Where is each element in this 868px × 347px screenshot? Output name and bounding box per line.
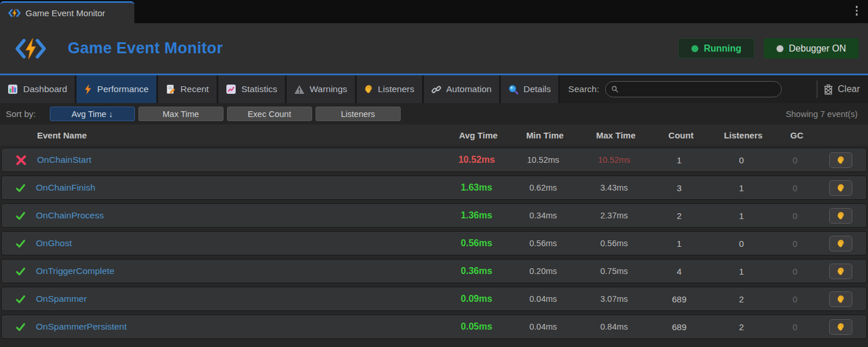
event-name: OnChainFinish [36,182,96,193]
listeners-cell: 1 [708,183,775,193]
table-row[interactable]: OnSpammerPersistent 0.05ms 0.04ms 0.84ms… [1,315,867,339]
event-name: OnGhost [36,238,72,249]
column-gc: GC [777,130,817,140]
ear-icon [837,322,845,332]
ear-icon [837,183,845,193]
running-status-badge: Running [678,38,755,59]
event-name: OnSpammerPersistent [36,322,127,332]
view-listeners-button[interactable] [829,208,852,224]
avg-time-cell: 0.09ms [445,294,508,304]
tab-label: Recent [181,84,209,94]
table-row[interactable]: OnTriggerComplete 0.36ms 0.20ms 0.75ms 4… [1,259,867,283]
avg-time-cell: 0.36ms [445,266,508,276]
column-event-name: Event Name [0,130,446,140]
view-listeners-button[interactable] [829,291,852,307]
min-time-cell: 0.04ms [508,322,578,331]
table-row[interactable]: OnChainFinish 1.63ms 0.62ms 3.43ms 3 1 0 [1,176,867,200]
tab-label: Warnings [310,84,347,94]
listeners-cell: 2 [708,294,775,304]
max-time-cell: 0.84ms [578,322,650,331]
running-label: Running [704,43,741,54]
table-row[interactable]: OnChainStart 10.52ms 10.52ms 10.52ms 1 0… [1,148,867,172]
sort-bar: Sort by: Avg Time ↓ Max Time Exec Count … [0,103,868,125]
event-name: OnTriggerComplete [36,266,115,276]
tab-performance[interactable]: Performance [76,75,158,103]
tab-listeners[interactable]: Listeners [357,75,424,103]
min-time-cell: 0.34ms [508,211,578,220]
tab-warnings[interactable]: Warnings [287,75,357,103]
search-label: Search: [568,84,599,94]
tab-details[interactable]: Details [501,75,560,103]
listeners-cell: 0 [708,239,775,249]
listeners-cell: 1 [708,266,775,276]
gc-cell: 0 [775,239,815,249]
sort-max-time-button[interactable]: Max Time [138,107,224,121]
event-name: OnSpammer [36,294,87,304]
debugger-status-badge[interactable]: Debugger ON [764,38,859,59]
view-listeners-button[interactable] [829,236,852,251]
tab-statistics[interactable]: Statistics [218,75,287,103]
max-time-cell: 10.52ms [578,155,650,165]
success-icon [15,322,26,333]
max-time-cell: 0.56ms [578,239,650,248]
view-listeners-button[interactable] [829,152,852,168]
table-row[interactable]: OnGhost 0.56ms 0.56ms 0.56ms 1 0 0 [1,231,867,255]
avg-time-cell: 0.56ms [445,238,508,249]
count-cell: 1 [650,239,708,249]
sort-by-label: Sort by: [6,109,36,119]
title-bar: Game Event Monitor [0,0,868,23]
count-cell: 3 [650,183,708,193]
event-name: OnChainProcess [36,210,104,221]
window-menu-icon[interactable] [856,6,858,16]
table-row[interactable]: OnChainProcess 1.36ms 0.34ms 2.37ms 2 1 … [1,203,867,228]
clear-button[interactable]: Clear [820,75,868,103]
search-input[interactable] [622,85,775,94]
gc-cell: 0 [775,294,815,304]
link-icon [431,85,441,94]
tab-label: Listeners [378,84,415,94]
avg-time-cell: 10.52ms [445,155,508,165]
count-cell: 1 [650,155,708,165]
search-icon [611,86,618,93]
min-time-cell: 0.62ms [508,183,578,192]
listeners-cell: 0 [708,155,775,165]
gc-cell: 0 [775,211,815,221]
sort-exec-count-button[interactable]: Exec Count [227,107,312,121]
tab-automation[interactable]: Automation [424,75,501,103]
ear-icon [837,239,845,249]
tab-bar: Dashboard Performance Recent Statis [0,75,868,103]
search-box [605,81,782,97]
window-tab[interactable]: Game Event Monitor [0,1,134,23]
count-cell: 689 [650,294,708,304]
tab-label: Dashboard [23,84,67,94]
dashboard-icon [8,84,18,94]
max-time-cell: 3.07ms [578,294,650,304]
search-zone: Search: [560,75,814,103]
running-dot-icon [691,45,698,52]
table-header: Event Name Avg Time Min Time Max Time Co… [0,125,868,145]
column-min-time: Min Time [510,130,580,140]
memo-icon [166,84,175,94]
debugger-label: Debugger ON [789,43,846,54]
app-logo-icon [8,9,21,17]
column-listeners: Listeners [710,130,777,140]
error-icon [15,154,27,166]
max-time-cell: 2.37ms [578,211,650,220]
clear-label: Clear [838,84,860,94]
ear-icon [364,84,373,94]
sort-listeners-button[interactable]: Listeners [316,107,401,121]
tab-recent[interactable]: Recent [158,75,218,103]
ear-icon [837,294,845,304]
min-time-cell: 0.04ms [508,294,578,304]
table-row[interactable]: OnSpammer 0.09ms 0.04ms 3.07ms 689 2 0 [1,287,867,311]
tab-dashboard[interactable]: Dashboard [0,75,76,103]
success-icon [15,182,26,193]
sort-avg-time-button[interactable]: Avg Time ↓ [50,107,135,121]
max-time-cell: 3.43ms [578,183,650,192]
view-listeners-button[interactable] [829,180,852,196]
column-max-time: Max Time [580,130,652,140]
tab-label: Performance [97,84,149,94]
min-time-cell: 10.52ms [508,155,578,165]
view-listeners-button[interactable] [829,319,852,335]
view-listeners-button[interactable] [829,264,852,279]
